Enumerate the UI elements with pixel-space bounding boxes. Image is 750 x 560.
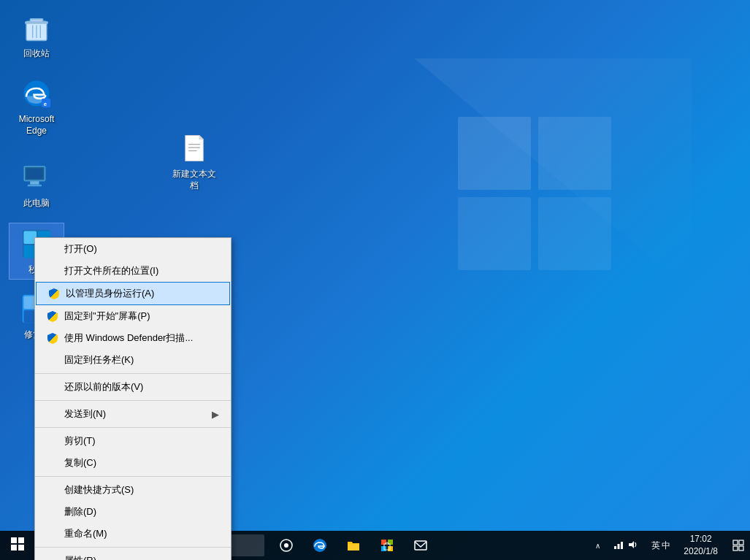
taskbar-file-explorer-button[interactable] xyxy=(337,531,370,560)
menu-item-create-shortcut[interactable]: 创建快捷方式(S) xyxy=(35,479,231,501)
svg-rect-18 xyxy=(26,169,43,179)
menu-copy-label: 复制(C) xyxy=(64,456,96,469)
svg-rect-46 xyxy=(618,544,620,549)
menu-item-open-location[interactable]: 打开文件所在的位置(I) xyxy=(35,260,231,282)
menu-open-label: 打开(O) xyxy=(64,242,97,256)
menu-send-to-label: 发送到(N) xyxy=(64,407,106,421)
svg-rect-50 xyxy=(739,540,743,545)
menu-item-defender-scan[interactable]: 使用 Windows Defender扫描... xyxy=(35,327,231,349)
volume-icon xyxy=(628,540,638,552)
menu-item-cut[interactable]: 剪切(T) xyxy=(35,430,231,452)
menu-separator-2 xyxy=(35,400,231,401)
delete-icon xyxy=(47,506,58,518)
taskbar-store-button[interactable] xyxy=(371,531,403,560)
edge-label: MicrosoftEdge xyxy=(19,114,55,137)
menu-item-rename[interactable]: 重命名(M) xyxy=(35,523,231,545)
svg-rect-49 xyxy=(733,540,738,545)
menu-separator-4 xyxy=(35,476,231,477)
shield-icon-defender xyxy=(47,332,58,344)
svg-rect-45 xyxy=(614,546,616,549)
svg-point-37 xyxy=(284,543,288,548)
menu-pin-taskbar-label: 固定到任务栏(K) xyxy=(64,353,134,367)
new-text-doc-label: 新建文本文档 xyxy=(169,169,219,191)
recycle-bin-label: 回收站 xyxy=(23,48,50,60)
svg-rect-4 xyxy=(538,197,611,270)
svg-rect-16 xyxy=(30,181,39,184)
menu-item-restore-prev[interactable]: 还原以前的版本(V) xyxy=(35,376,231,398)
recycle-bin-icon xyxy=(19,10,54,45)
menu-item-run-as-admin[interactable]: 以管理员身份运行(A) xyxy=(36,282,230,305)
desktop-icon-edge[interactable]: e MicrosoftEdge xyxy=(9,73,64,139)
this-pc-icon xyxy=(19,160,54,195)
svg-rect-35 xyxy=(18,545,24,551)
clock-time: 17:02 xyxy=(690,533,712,545)
tray-icons-group[interactable] xyxy=(608,531,644,560)
menu-defender-scan-label: 使用 Windows Defender扫描... xyxy=(64,331,193,345)
menu-item-properties[interactable]: 属性(R) xyxy=(35,550,231,560)
open-location-icon xyxy=(47,265,58,277)
svg-rect-34 xyxy=(11,545,17,551)
menu-item-delete[interactable]: 删除(D) xyxy=(35,501,231,523)
restore-prev-icon xyxy=(47,381,58,393)
clock[interactable]: 17:02 2020/1/8 xyxy=(678,531,724,560)
shield-icon-run-admin xyxy=(48,288,60,299)
show-hidden-icons-button[interactable]: ∧ xyxy=(591,531,605,560)
menu-delete-label: 删除(D) xyxy=(64,505,96,518)
new-text-doc-icon xyxy=(177,131,212,166)
menu-rename-label: 重命名(M) xyxy=(64,527,107,540)
start-button[interactable] xyxy=(0,531,35,560)
svg-rect-32 xyxy=(11,537,17,543)
menu-open-location-label: 打开文件所在的位置(I) xyxy=(64,264,158,277)
menu-pin-start-label: 固定到"开始"屏幕(P) xyxy=(64,310,150,323)
copy-icon xyxy=(47,457,58,469)
menu-run-as-admin-label: 以管理员身份运行(A) xyxy=(66,287,154,300)
svg-text:e: e xyxy=(44,101,47,107)
menu-item-open[interactable]: 打开(O) xyxy=(35,238,231,260)
desktop-icon-recycle-bin[interactable]: 回收站 xyxy=(9,7,64,63)
menu-cut-label: 剪切(T) xyxy=(64,434,96,448)
menu-item-send-to[interactable]: 发送到(N) ▶ xyxy=(35,403,231,425)
taskbar-edge-button[interactable] xyxy=(304,531,336,560)
menu-item-pin-to-taskbar[interactable]: 固定到任务栏(K) xyxy=(35,349,231,371)
chevron-up-icon: ∧ xyxy=(595,542,600,550)
create-shortcut-icon xyxy=(47,484,58,496)
shield-icon-pin-start xyxy=(47,310,58,322)
svg-rect-51 xyxy=(733,546,738,551)
this-pc-label: 此电脑 xyxy=(23,198,50,210)
context-menu: 打开(O) 打开文件所在的位置(I) 以管理员身份运行(A) xyxy=(34,237,231,560)
svg-rect-33 xyxy=(18,537,24,543)
menu-item-copy[interactable]: 复制(C) xyxy=(35,452,231,474)
svg-rect-17 xyxy=(28,185,42,187)
svg-rect-39 xyxy=(348,544,359,551)
menu-separator-1 xyxy=(35,373,231,374)
menu-separator-5 xyxy=(35,547,231,548)
language-indicator[interactable]: 英 中 xyxy=(647,531,675,560)
menu-create-shortcut-label: 创建快捷方式(S) xyxy=(64,483,134,496)
system-tray: ∧ xyxy=(591,531,750,560)
svg-rect-52 xyxy=(739,546,743,551)
svg-rect-47 xyxy=(621,542,623,549)
send-to-icon xyxy=(47,408,58,420)
task-view-button[interactable] xyxy=(270,531,302,560)
send-to-arrow: ▶ xyxy=(212,409,219,420)
svg-rect-1 xyxy=(458,117,531,190)
properties-icon xyxy=(47,555,58,560)
menu-restore-prev-label: 还原以前的版本(V) xyxy=(64,380,143,394)
clock-date: 2020/1/8 xyxy=(684,545,718,558)
svg-rect-2 xyxy=(538,117,611,190)
desktop-icon-new-text-doc[interactable]: 新建文本文档 xyxy=(167,128,222,194)
network-icon xyxy=(613,540,624,552)
windows-logo-icon xyxy=(11,537,24,553)
cut-icon xyxy=(47,435,58,447)
svg-rect-3 xyxy=(458,197,531,270)
rename-icon xyxy=(47,528,58,540)
taskbar-mail-button[interactable] xyxy=(405,531,437,560)
input-method-label: 中 xyxy=(662,540,670,552)
desktop: 回收站 e MicrosoftEdge xyxy=(0,0,750,560)
desktop-icon-this-pc[interactable]: 此电脑 xyxy=(9,157,64,212)
menu-separator-3 xyxy=(35,427,231,428)
pin-taskbar-icon xyxy=(47,354,58,366)
notification-center-button[interactable] xyxy=(727,531,750,560)
menu-item-pin-to-start[interactable]: 固定到"开始"屏幕(P) xyxy=(35,305,231,327)
windows-logo-decoration xyxy=(414,58,692,423)
